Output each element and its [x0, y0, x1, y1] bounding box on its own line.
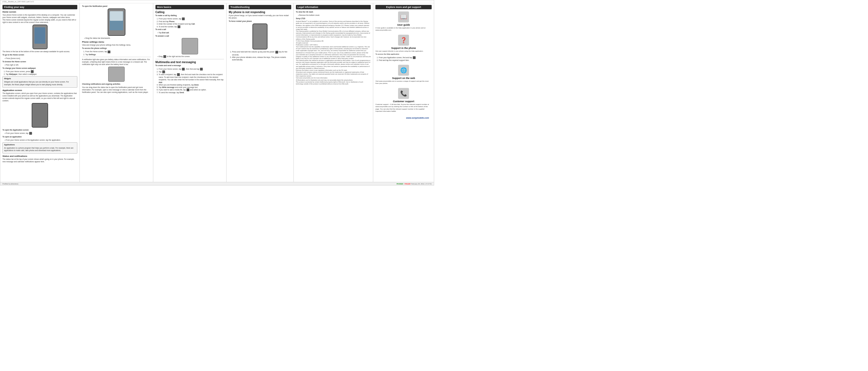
- ce-mark-step: • Remove the bottom cover.: [298, 14, 371, 17]
- ce-mark-label: To view the CE mark: [296, 11, 371, 13]
- menu-icon: [31, 70, 34, 73]
- applications-box: Applications An application is a phone p…: [2, 142, 77, 154]
- finding-header: Finding your way: [2, 5, 77, 9]
- open-app-step: • From your Home screen or the Applicati…: [5, 139, 77, 141]
- passed-text: PASSED: [397, 183, 403, 185]
- msg-icon-2: [200, 68, 203, 70]
- access-settings-steps: From the Home screen, tap . Tap Settings…: [85, 50, 151, 56]
- wallpaper-steps: From your Home screen, press . Tap Wallp…: [6, 70, 77, 75]
- phone-app-icon: [182, 18, 185, 20]
- browse-home-step: • Flick right or left.: [5, 64, 77, 66]
- settings-icon: [107, 51, 111, 53]
- media-icon: [187, 89, 189, 91]
- make-call-label: To make a call by dialling: [155, 14, 224, 17]
- trouble-header: Troubleshooting: [229, 5, 291, 9]
- msg-step-3: To add a recipient, tap , then find and …: [159, 73, 224, 84]
- checking-body: You can drag down the status bar to open…: [82, 86, 151, 93]
- passed-label: PASSED | FAILED February 25, 2012, 17:17…: [397, 183, 432, 185]
- support-web-body: Visit www.sonymobile.com to access a ran…: [375, 80, 432, 85]
- msg-step-4: When you are finished adding recipients,…: [159, 84, 224, 86]
- battery-image: [108, 67, 125, 82]
- not-responding-title: My phone is not responding: [229, 11, 291, 14]
- failed-text: FAILED: [405, 183, 410, 185]
- status-title: Status and notifications: [2, 155, 77, 157]
- open-app-label: To open an application: [2, 135, 77, 138]
- app-icon: [29, 132, 32, 135]
- main-content: Finding your way Home screen Your phone …: [0, 3, 434, 182]
- col-explore: Explore more and get support 📖 User guid…: [373, 3, 434, 182]
- help-icon: [413, 56, 415, 59]
- msg-step-2: Tap .: [159, 70, 224, 73]
- customer-support-body: Customer support – if all else fails. Ac…: [375, 103, 432, 113]
- col-finding: Finding your way Home screen Your phone …: [0, 3, 80, 182]
- settings-step-1: From the Home screen, tap .: [85, 50, 151, 53]
- app-screen-title: Application screen: [2, 89, 77, 92]
- col-notification: To open the Notification panel • Drag th…: [80, 3, 153, 182]
- checking-label: Checking notifications and ongoing activ…: [82, 83, 151, 85]
- phone-screen: [34, 27, 45, 44]
- applications-title: Applications: [4, 144, 76, 146]
- more-header: More basics: [155, 5, 224, 9]
- answer-call-label: To answer a call: [155, 35, 224, 37]
- notification-phone-image: [107, 8, 125, 36]
- end-call-label: To end a call: [155, 28, 224, 31]
- not-responding-body: If your phone hangs, or if you cannot re…: [229, 14, 291, 19]
- customer-support-section: 📞 Customer support Customer support – if…: [375, 88, 432, 113]
- open-notif-label: To open the Notification panel: [82, 5, 151, 7]
- msg-step-7: To send the message, tap Send.: [159, 91, 224, 94]
- widgets-body: Widgets are small applications that you …: [4, 81, 76, 86]
- open-app-screen-label: To open the Application screen: [2, 129, 77, 131]
- website-url: www.sonymobile.com: [375, 116, 432, 120]
- msg-step-6: If you want to add a media file, tap and…: [159, 89, 224, 91]
- create-msg-steps: From your Home screen, tap , then find a…: [159, 68, 224, 94]
- user-guide-icon: 📖: [398, 11, 409, 22]
- screen-items-note: The items in the bar at the bottom of th…: [2, 50, 77, 53]
- go-to-home-label: To go to the Home screen: [2, 54, 77, 56]
- notification-light-text: A notification light also gives you batt…: [82, 58, 151, 66]
- support-phone-icon: ❓: [398, 35, 409, 45]
- call-step-2: Find and tap Phone.: [159, 20, 224, 23]
- document-id: LT22i__Booklet_en_1257-9192.1.pdf 2 of 2: [2, 1, 34, 2]
- change-wallpaper-label: To change your Home screen wallpaper: [2, 67, 77, 69]
- call-step-4: To end the number, tap .: [159, 25, 224, 28]
- legal-text: Android Market™ is not available in all …: [296, 21, 371, 85]
- phone-settings-body: View and change your phone settings from…: [82, 44, 151, 46]
- support-web-title: Support on the web: [375, 77, 432, 80]
- calling-title: Calling: [155, 11, 224, 14]
- open-app-screen-step: • From your Home screen, tap .: [5, 132, 77, 135]
- help-step-2: Find and tap the required support item.: [379, 59, 432, 61]
- col-more: More basics Calling To make a call by di…: [153, 3, 226, 182]
- top-bar: LT22i__Booklet_en_1257-9192.1.pdf 2 of 2…: [0, 0, 434, 3]
- access-help-label: To access the Help application: [375, 53, 432, 55]
- support-web-section: 🌐 Support on the web Visit www.sonymobil…: [375, 65, 432, 85]
- tshoot-phone-image: [252, 24, 268, 50]
- user-guide-section: 📖 User guide A User guide is available i…: [375, 11, 432, 31]
- multimedia-title: Multimedia and text messaging: [155, 61, 224, 64]
- msg-icon: [182, 68, 185, 70]
- support-phone-title: Support in the phone: [375, 47, 432, 50]
- app-screen-body: The Application screen, which you open f…: [2, 92, 77, 102]
- drag-icon: [163, 55, 166, 58]
- page-dots: · · ·: [430, 1, 432, 2]
- restart-step-1: Press and hold both the volume up key an…: [232, 51, 291, 56]
- msg-step-1: From your Home screen, tap , then find a…: [159, 68, 224, 70]
- compose-icon: [162, 70, 165, 73]
- answer-call-image: [182, 38, 198, 54]
- bottom-bar: Prefilled by [blenders] PASSED | FAILED …: [0, 182, 434, 185]
- page: LT22i__Booklet_en_1257-9192.1.pdf 2 of 2…: [0, 0, 434, 185]
- toolbar-left: Prefilled by [blenders]: [2, 183, 18, 185]
- msg-step-5: Tap Write message and enter your message…: [159, 86, 224, 89]
- status-body: The status bar at the top of your screen…: [2, 158, 77, 163]
- drag-status-bar: • Drag the status bar downwards.: [84, 37, 151, 39]
- access-settings-label: To access the phone settings: [82, 47, 151, 50]
- go-to-home-step: • Press [home icon].: [5, 57, 77, 60]
- col-legal: Legal information To view the CE mark • …: [294, 3, 373, 182]
- home-screen-title: Home screen: [2, 11, 77, 13]
- settings-step-2: Tap Settings.: [85, 53, 151, 56]
- widgets-box: Widgets Widgets are small applications t…: [2, 76, 77, 87]
- applications-body: An application is a phone program that h…: [4, 147, 76, 152]
- support-phone-body: Get user support directly in your phone …: [375, 50, 432, 52]
- force-restart-label: To force restart your phone: [229, 20, 291, 22]
- create-msg-label: To create and send a message: [155, 64, 224, 67]
- app-screen-image: [32, 103, 48, 128]
